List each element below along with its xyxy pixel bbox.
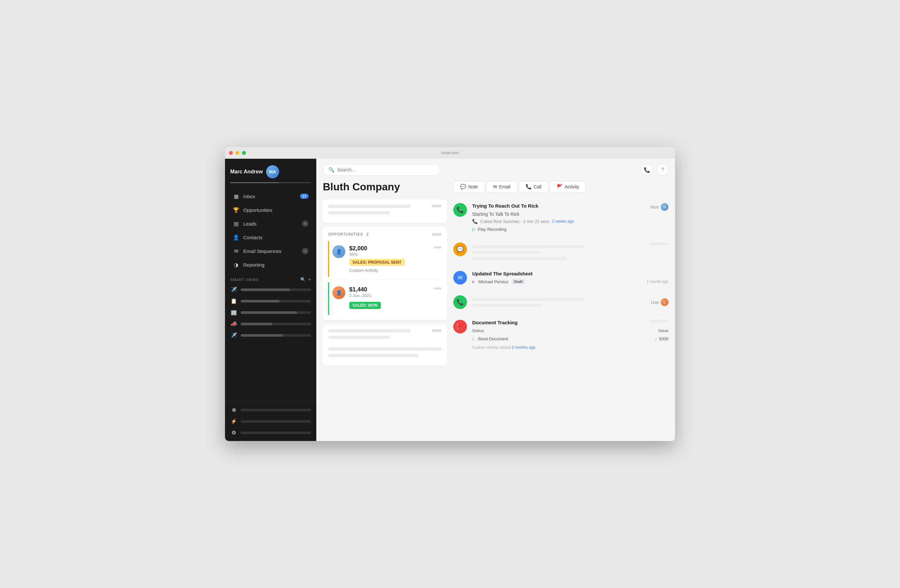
placeholder-line (328, 354, 419, 357)
smart-view-item[interactable]: ✈️ (225, 284, 316, 295)
footer-item-settings[interactable]: ⚙ (225, 427, 316, 438)
timeline-user-avatar: N (661, 203, 669, 211)
sidebar-item-leads[interactable]: ▤ Leads + (228, 217, 314, 230)
doc-time-link[interactable]: 2 months ago (512, 345, 535, 350)
search-input[interactable] (337, 167, 434, 172)
main-nav: ▦ Inbox 17 🏆 Opportunities ▤ Leads + 👤 C… (225, 189, 316, 273)
call-meta-icon: 📞 (472, 219, 478, 224)
doc-value-header: Value (636, 328, 669, 333)
timeline-item-content: Trying To Reach Out To Rick Nick N Start… (472, 203, 669, 232)
play-recording-button[interactable]: ▷ Play Recording (472, 226, 669, 232)
opp-details: $1,440 2 Jun, 2021 SALES: WON (349, 286, 430, 311)
sidebar-item-label: Leads (243, 221, 257, 226)
smart-view-emoji: 📋 (230, 298, 237, 304)
placeholder-line (472, 298, 585, 301)
opp-date: 2 Jun, 2021 (349, 293, 430, 298)
play-icon: ▷ (472, 226, 476, 232)
search-bar[interactable]: 🔍 (323, 164, 440, 176)
doc-send-icon: ▷ (472, 337, 475, 341)
tab-note[interactable]: 💬 Note (453, 181, 485, 193)
opp-avatar: 👤 (332, 286, 345, 299)
activity-icon: 🚩 (557, 184, 563, 190)
placeholder-line (649, 320, 669, 322)
tab-email[interactable]: ✉ Email (486, 181, 517, 193)
minimize-button[interactable] (236, 151, 239, 155)
smart-view-item[interactable]: ✈️ (225, 330, 316, 341)
opportunity-item[interactable]: 👤 $2,000 50% SALES: PROPOSAL SENT Custom… (328, 241, 442, 277)
timeline-title: Document Tracking (472, 320, 517, 325)
tab-activity[interactable]: 🚩 Activity (550, 181, 586, 193)
search-icon: 🔍 (328, 167, 335, 173)
smart-view-item[interactable]: 🏢 (225, 307, 316, 318)
lifesaver-icon: ⊕ (230, 407, 237, 413)
settings-icon: ⚙ (230, 430, 237, 436)
timeline-item-email: ✉ Updated The Spreadsheet ▶ Michael Pers… (453, 266, 669, 290)
main-content: 🔍 📞 ? Bluth Company (316, 159, 675, 441)
doc-table: Status Value ▷ Send Document ◇ 5000 (472, 328, 669, 350)
email-status-badge: Draft (512, 279, 525, 284)
smart-views-list: ✈️ 📋 🏢 📣 ✈️ (225, 284, 316, 341)
avatar: MA (266, 165, 279, 178)
timeline-time-link[interactable]: 2 weeks ago (552, 219, 574, 224)
smart-views-add-icon[interactable]: + (309, 277, 311, 282)
reporting-icon: ◑ (233, 262, 239, 268)
opp-avatar-img: 👤 (332, 286, 345, 299)
footer-item-2[interactable]: ⚡ (225, 416, 316, 427)
smart-views-actions: 🔍 + (300, 277, 311, 282)
email-time: 1 month ago (647, 279, 669, 284)
phone-button[interactable]: 📞 (641, 164, 653, 176)
placeholder-line (472, 251, 541, 254)
user-profile[interactable]: Marc Andrew MA (230, 165, 279, 178)
smart-views-search-icon[interactable]: 🔍 (300, 277, 306, 282)
sidebar-item-inbox[interactable]: ▦ Inbox 17 (228, 190, 314, 203)
timeline-user-avatar-lisa: L (661, 298, 669, 306)
progress-bar-fill (230, 182, 279, 183)
drag-handle (434, 288, 442, 289)
timeline-doc-icon: 🚩 (453, 320, 467, 333)
action-tabs: 💬 Note ✉ Email 📞 Call 🚩 (453, 181, 669, 193)
leads-add-button[interactable]: + (302, 220, 309, 227)
timeline: 📞 Trying To Reach Out To Rick Nick N S (453, 198, 669, 435)
email-expand-icon[interactable]: ▶ (472, 279, 475, 284)
maximize-button[interactable] (242, 151, 246, 155)
opportunity-item[interactable]: 👤 $1,440 2 Jun, 2021 SALES: WON (328, 282, 442, 315)
opp-avatar: 👤 (332, 245, 345, 258)
app-body: Marc Andrew MA ▦ Inbox 17 🏆 Opportunitie… (225, 159, 675, 441)
placeholder-line (328, 347, 442, 351)
email-sequences-add-button[interactable]: + (302, 248, 309, 254)
opp-amount: $1,440 (349, 286, 430, 293)
smart-view-item[interactable]: 📣 (225, 318, 316, 330)
timeline-title: Updated The Spreadsheet (472, 271, 532, 276)
smart-views-section: SMART VIEWS 🔍 + (225, 273, 316, 284)
sidebar-item-opportunities[interactable]: 🏆 Opportunities (228, 203, 314, 217)
placeholder-line (328, 211, 390, 215)
sidebar-item-label: Inbox (243, 193, 255, 199)
doc-value-number: 5000 (659, 336, 669, 341)
close-button[interactable] (229, 151, 233, 155)
call-icon: 📞 (526, 184, 532, 190)
drag-handle (432, 205, 442, 207)
topbar: 🔍 📞 ? (316, 159, 675, 181)
sidebar-header: Marc Andrew MA (225, 159, 316, 182)
tab-call[interactable]: 📞 Call (519, 181, 548, 193)
contacts-icon: 👤 (233, 234, 239, 241)
timeline-title-row: Document Tracking (472, 320, 669, 325)
title-bar: close.com (225, 147, 675, 159)
sidebar-item-label: Reporting (243, 262, 264, 268)
email-author: Michael Persico (478, 279, 508, 284)
footer-item-1[interactable]: ⊕ (225, 404, 316, 416)
timeline-item-note: 💬 (453, 237, 669, 266)
timeline-item-content (472, 295, 646, 309)
email-sequences-icon: ✉ (233, 248, 239, 254)
timeline-email-icon: ✉ (453, 271, 467, 285)
sidebar-item-email-sequences[interactable]: ✉ Email Sequences + (228, 244, 314, 257)
help-button[interactable]: ? (657, 164, 669, 176)
sidebar-item-contacts[interactable]: 👤 Contacts (228, 231, 314, 244)
smart-view-emoji: ✈️ (230, 332, 237, 338)
smart-view-item[interactable]: 📋 (225, 295, 316, 307)
sidebar-footer: ⊕ ⚡ ⚙ (225, 401, 316, 441)
plugin-icon: ⚡ (230, 418, 237, 424)
doc-action-label: Send Document (478, 336, 508, 341)
top-placeholder-card (323, 200, 447, 223)
sidebar-item-reporting[interactable]: ◑ Reporting (228, 258, 314, 271)
